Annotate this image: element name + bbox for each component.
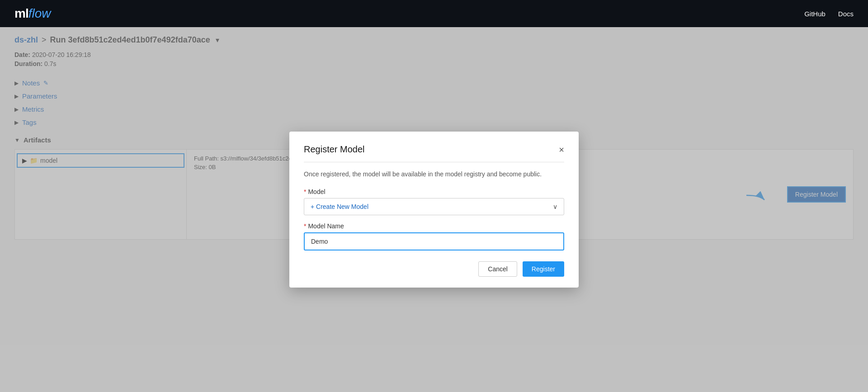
model-name-field: * Model Name bbox=[304, 222, 564, 250]
logo-flow: flow bbox=[28, 6, 51, 21]
modal-overlay: Register Model × Once registered, the mo… bbox=[0, 27, 868, 392]
model-field-label: * Model bbox=[304, 188, 564, 195]
modal-divider bbox=[304, 162, 564, 162]
model-field: * Model + Create New Model ∨ bbox=[304, 188, 564, 215]
modal-header: Register Model × bbox=[304, 144, 564, 155]
register-model-modal: Register Model × Once registered, the mo… bbox=[289, 132, 579, 288]
modal-title: Register Model bbox=[304, 144, 365, 155]
github-link[interactable]: GitHub bbox=[804, 10, 826, 18]
model-select-chevron-icon: ∨ bbox=[553, 203, 557, 210]
cancel-button[interactable]: Cancel bbox=[478, 261, 517, 277]
logo: ml flow bbox=[14, 6, 51, 21]
logo-ml: ml bbox=[14, 6, 28, 21]
model-name-label-text: Model Name bbox=[308, 222, 344, 230]
model-required-star: * bbox=[304, 188, 306, 195]
app-header: ml flow GitHub Docs bbox=[0, 0, 868, 27]
page-background: ds-zhl > Run 3efd8b51c2ed4ed1b0f7e492fda… bbox=[0, 27, 868, 392]
modal-description: Once registered, the model will be avail… bbox=[304, 170, 564, 179]
model-select-value: + Create New Model bbox=[311, 203, 368, 210]
model-name-input[interactable] bbox=[304, 232, 564, 250]
modal-close-button[interactable]: × bbox=[559, 145, 564, 154]
model-name-field-label: * Model Name bbox=[304, 222, 564, 230]
model-label-text: Model bbox=[308, 188, 325, 195]
docs-link[interactable]: Docs bbox=[838, 10, 854, 18]
modal-footer: Cancel Register bbox=[304, 261, 564, 277]
register-button[interactable]: Register bbox=[523, 261, 564, 277]
model-select-dropdown[interactable]: + Create New Model ∨ bbox=[304, 198, 564, 215]
model-name-required-star: * bbox=[304, 222, 306, 230]
header-nav: GitHub Docs bbox=[804, 10, 854, 18]
